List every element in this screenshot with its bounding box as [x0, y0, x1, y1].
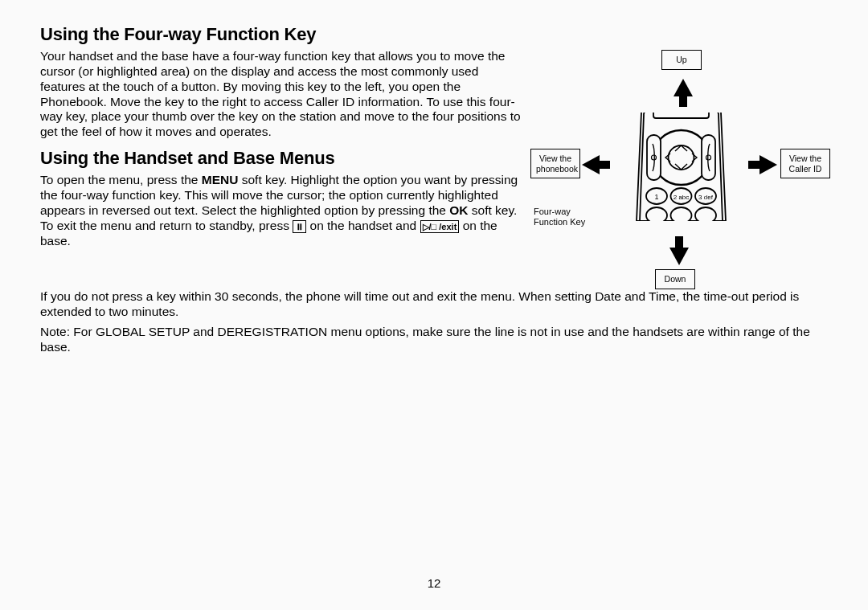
figure-label-up: Up	[661, 50, 702, 70]
arrow-up-icon	[674, 79, 693, 96]
svg-text:1: 1	[654, 193, 658, 201]
svg-rect-4	[647, 135, 661, 180]
menu-key-label: MENU	[202, 173, 239, 186]
figure-caption: Four-way Function Key	[534, 207, 585, 227]
handset-illustration: 1 2 abc 3 def	[615, 113, 747, 221]
heading-four-way-key: Using the Four-way Function Key	[40, 24, 828, 46]
svg-text:3 def: 3 def	[698, 194, 714, 201]
four-way-key-figure: Up View the phonebook View the Caller ID…	[530, 48, 828, 289]
svg-rect-5	[702, 135, 715, 180]
figure-label-down: Down	[655, 269, 695, 289]
end-key-icon: ⏸	[293, 220, 306, 233]
arrow-right-icon	[760, 155, 777, 174]
arrow-down-icon	[669, 248, 689, 265]
paragraph-timeout: If you do not press a key within 30 seco…	[40, 289, 828, 320]
ok-key-label: OK	[449, 203, 468, 217]
paragraph-note: Note: For GLOBAL SETUP and DEREGISTRATIO…	[40, 325, 828, 355]
svg-point-2	[653, 130, 710, 185]
svg-point-15	[671, 207, 692, 221]
svg-rect-1	[653, 113, 709, 118]
arrow-left-icon	[582, 155, 600, 174]
svg-point-16	[695, 207, 716, 221]
svg-point-14	[646, 207, 667, 221]
svg-text:2 abc: 2 abc	[674, 194, 690, 201]
figure-label-right: View the Caller ID	[780, 149, 830, 178]
play-stop-exit-icon: ▷/□ /exit	[420, 220, 460, 233]
figure-label-left: View the phonebook	[530, 149, 580, 178]
page-number: 12	[0, 576, 868, 591]
